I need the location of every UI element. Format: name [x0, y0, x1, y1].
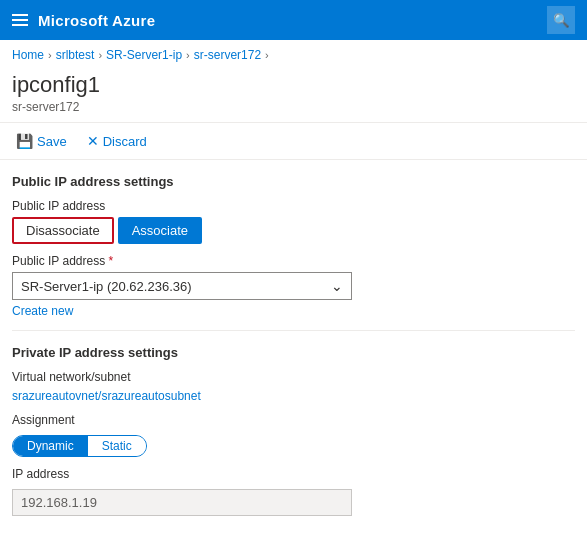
disassociate-button[interactable]: Disassociate — [12, 217, 114, 244]
ip-address-field — [12, 489, 352, 516]
discard-label: Discard — [103, 134, 147, 149]
discard-icon: ✕ — [87, 133, 99, 149]
search-icon: 🔍 — [553, 13, 570, 28]
public-ip-field-label: Public IP address — [12, 199, 575, 213]
public-ip-section-heading: Public IP address settings — [12, 174, 575, 189]
public-ip-dropdown[interactable]: SR-Server1-ip (20.62.236.36) ⌄ — [12, 272, 352, 300]
toolbar: 💾 Save ✕ Discard — [0, 123, 587, 160]
content-area: Public IP address settings Public IP add… — [0, 160, 587, 530]
page-header: ipconfig1 sr-server172 — [0, 66, 587, 123]
discard-button[interactable]: ✕ Discard — [83, 131, 151, 151]
chevron-down-icon: ⌄ — [331, 278, 343, 294]
app-title: Microsoft Azure — [38, 12, 155, 29]
hamburger-menu-icon[interactable] — [12, 14, 28, 26]
breadcrumb-sep-1: › — [48, 49, 52, 61]
section-divider — [12, 330, 575, 331]
public-ip-dropdown-label: Public IP address — [12, 254, 575, 268]
breadcrumb-srlbtest[interactable]: srlbtest — [56, 48, 95, 62]
breadcrumb: Home › srlbtest › SR-Server1-ip › sr-ser… — [0, 40, 587, 66]
breadcrumb-sep-3: › — [186, 49, 190, 61]
breadcrumb-sr-server1-ip[interactable]: SR-Server1-ip — [106, 48, 182, 62]
public-ip-action-buttons: Disassociate Associate — [12, 217, 575, 244]
top-navigation-bar: Microsoft Azure 🔍 — [0, 0, 587, 40]
associate-button[interactable]: Associate — [118, 217, 202, 244]
page-title: ipconfig1 — [12, 72, 575, 98]
private-ip-section: Private IP address settings Virtual netw… — [12, 345, 575, 516]
save-label: Save — [37, 134, 67, 149]
ip-address-label: IP address — [12, 467, 575, 481]
search-button[interactable]: 🔍 — [547, 6, 575, 34]
assignment-toggle[interactable]: Dynamic Static — [12, 435, 147, 457]
breadcrumb-home[interactable]: Home — [12, 48, 44, 62]
private-ip-section-heading: Private IP address settings — [12, 345, 575, 360]
assignment-label: Assignment — [12, 413, 575, 427]
breadcrumb-sep-2: › — [98, 49, 102, 61]
static-toggle-option[interactable]: Static — [88, 436, 146, 456]
save-button[interactable]: 💾 Save — [12, 131, 71, 151]
create-new-link[interactable]: Create new — [12, 304, 73, 318]
network-subnet-label: Virtual network/subnet — [12, 370, 575, 384]
dynamic-toggle-option[interactable]: Dynamic — [13, 436, 88, 456]
breadcrumb-sr-server172[interactable]: sr-server172 — [194, 48, 261, 62]
breadcrumb-sep-4: › — [265, 49, 269, 61]
save-icon: 💾 — [16, 133, 33, 149]
network-subnet-link[interactable]: srazureautovnet/srazureautosubnet — [12, 389, 201, 403]
page-subtitle: sr-server172 — [12, 100, 575, 114]
public-ip-dropdown-value: SR-Server1-ip (20.62.236.36) — [21, 279, 331, 294]
